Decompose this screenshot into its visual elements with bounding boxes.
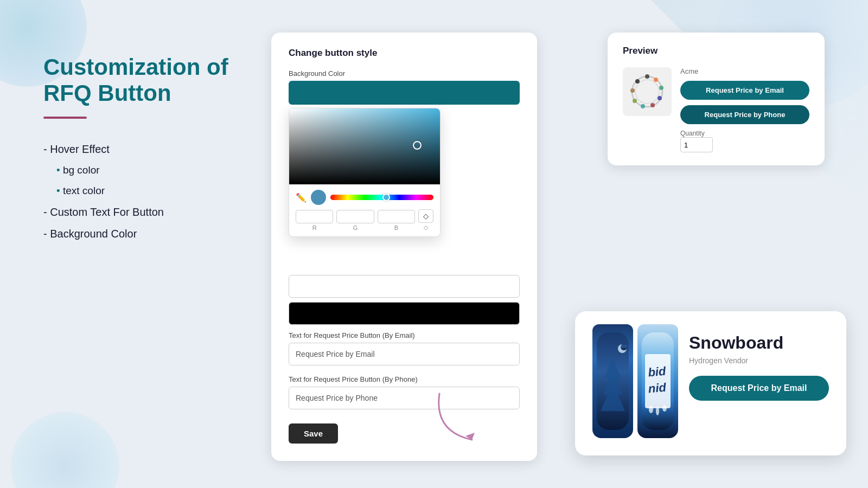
svg-point-6	[650, 103, 655, 107]
snowboard-info: Snowboard Hydrogen Vendor Request Price …	[689, 324, 829, 401]
hex-alpha-field: ◇	[418, 209, 433, 231]
svg-point-3	[654, 78, 658, 82]
rgb-g-field: 92 G	[336, 210, 374, 231]
feature-bg-color: bg color	[43, 160, 239, 181]
snowboard-card: bid nid	[575, 311, 846, 455]
settings-panel: Change button style Background Color ✏️	[271, 33, 537, 461]
color-picker-popup: ✏️ 9 R 92	[289, 108, 441, 237]
picker-row: ✏️	[296, 190, 433, 205]
svg-point-1	[635, 80, 659, 104]
snowboard-email-button[interactable]: Request Price by Email	[689, 376, 829, 401]
rgb-r-input[interactable]: 9	[296, 210, 333, 223]
rgb-inputs: 9 R 92 G 113 B	[296, 209, 433, 231]
svg-point-2	[645, 74, 649, 79]
phone-field-label: Text for Request Price Button (By Phone)	[289, 375, 520, 383]
snowboard-img-right: bid nid	[637, 324, 678, 438]
svg-point-8	[633, 99, 637, 103]
hue-slider[interactable]	[330, 195, 433, 200]
settings-panel-title: Change button style	[289, 48, 520, 59]
feature-hover: - Hover Effect	[43, 138, 239, 160]
product-info: Acme Request Price by Email Request Pric…	[680, 67, 809, 152]
snowboard-images: bid nid	[592, 324, 678, 438]
feature-text-color: text color	[43, 181, 239, 201]
product-image	[623, 67, 672, 116]
alpha-input[interactable]	[418, 209, 433, 223]
svg-point-5	[658, 96, 662, 100]
color-gradient-cursor	[413, 141, 422, 150]
product-vendor: Acme	[680, 67, 809, 75]
rgb-b-input[interactable]: 113	[378, 210, 415, 223]
color-input-wrapper: ✏️ 9 R 92	[289, 81, 520, 105]
product-preview-row: Acme Request Price by Email Request Pric…	[623, 67, 809, 152]
picker-controls: ✏️ 9 R 92	[289, 184, 440, 236]
svg-point-22	[662, 405, 667, 412]
svg-point-4	[659, 86, 663, 90]
feature-custom-text: - Custom Text For Button	[43, 201, 239, 223]
svg-point-7	[641, 104, 645, 108]
svg-point-21	[656, 407, 659, 415]
rgb-r-field: 9 R	[296, 210, 333, 231]
quantity-label: Quantity	[680, 130, 809, 137]
svg-point-10	[635, 79, 640, 84]
rgb-g-label: G	[336, 224, 374, 231]
page-title: Customization of RFQ Button	[43, 54, 239, 107]
hue-thumb	[382, 194, 390, 201]
feature-list: - Hover Effect bg color text color - Cus…	[43, 138, 239, 245]
arrow-svg	[423, 388, 488, 448]
preview-email-button[interactable]: Request Price by Email	[680, 81, 809, 100]
save-button[interactable]: Save	[289, 423, 338, 444]
svg-point-20	[649, 406, 653, 413]
svg-point-9	[630, 88, 635, 93]
alpha-label: ◇	[418, 224, 433, 231]
snowboard-left-svg	[592, 324, 633, 438]
rgb-r-label: R	[296, 224, 333, 231]
left-panel: Customization of RFQ Button - Hover Effe…	[43, 33, 239, 245]
quantity-input[interactable]	[680, 137, 713, 152]
svg-text:bid: bid	[647, 364, 667, 380]
preview-phone-button[interactable]: Request Price by Phone	[680, 105, 809, 124]
svg-text:nid: nid	[648, 381, 667, 396]
right-area: Change button style Background Color ✏️	[271, 33, 825, 455]
snowboard-right-svg: bid nid	[637, 324, 678, 438]
feature-bg-color-item: - Background Color	[43, 223, 239, 245]
preview-title: Preview	[623, 46, 809, 56]
snowboard-title: Snowboard	[689, 333, 829, 353]
bracelet-svg	[626, 70, 669, 113]
title-underline	[43, 117, 87, 119]
rgb-b-label: B	[378, 224, 415, 231]
bg-color-label: Background Color	[289, 69, 520, 78]
rgb-g-input[interactable]: 92	[336, 210, 374, 223]
snowboard-img-left	[592, 324, 633, 438]
snowboard-vendor: Hydrogen Vendor	[689, 356, 829, 365]
pencil-icon[interactable]: ✏️	[296, 192, 307, 203]
arrow-connector	[423, 388, 488, 450]
email-text-input[interactable]	[289, 343, 520, 365]
color-input-box[interactable]	[289, 81, 520, 105]
svg-point-15	[621, 344, 627, 350]
rgb-b-field: 113 B	[378, 210, 415, 231]
email-field-label: Text for Request Price Button (By Email)	[289, 331, 520, 339]
color-swatch-circle	[311, 190, 326, 205]
preview-panel: Preview	[608, 33, 825, 165]
color-gradient-area[interactable]	[289, 108, 440, 184]
